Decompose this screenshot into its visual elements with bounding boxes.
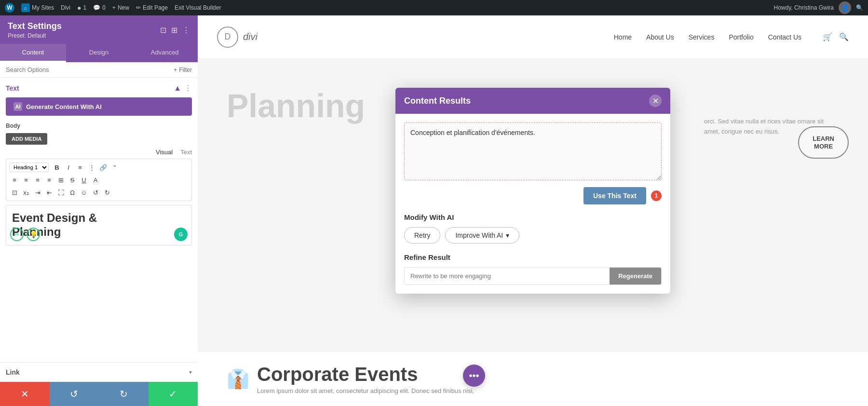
tab-design[interactable]: Design: [66, 44, 132, 62]
cart-icon[interactable]: 🛒: [823, 32, 832, 41]
link-button[interactable]: 🔗: [98, 162, 108, 173]
modify-ai-title: Modify With AI: [404, 213, 662, 221]
sidebar-preset: Preset: Default: [8, 32, 62, 39]
modify-row: Retry Improve With AI ▾: [404, 227, 662, 244]
subscript-button[interactable]: x₂: [21, 187, 31, 198]
format-bar: Heading 1 Heading 2 Paragraph B I ≡ ⋮ 🔗 …: [6, 159, 192, 201]
blockquote-button[interactable]: ": [109, 162, 120, 173]
exit-visual-builder-btn[interactable]: Exit Visual Builder: [175, 4, 221, 11]
logo-circle: D: [217, 27, 238, 48]
more-icon[interactable]: ⋮: [182, 26, 190, 35]
fullscreen-button[interactable]: ⛶: [55, 187, 66, 198]
nav-services[interactable]: Services: [689, 33, 715, 41]
sidebar: Text Settings Preset: Default ⊡ ⊞ ⋮ Cont…: [0, 15, 198, 406]
edit-page-btn[interactable]: ✏ Edit Page: [136, 4, 168, 11]
result-textarea[interactable]: Conception et planification d'événements…: [404, 122, 662, 180]
bold-button[interactable]: B: [52, 162, 62, 173]
outdent-btn[interactable]: ⇤: [44, 187, 54, 198]
refine-section: Regenerate: [404, 267, 662, 285]
content-results-modal: Content Results ✕ Conception et planific…: [395, 88, 670, 294]
retry-button[interactable]: Retry: [404, 227, 440, 244]
align-right-button[interactable]: ≡: [32, 175, 43, 185]
italic-button[interactable]: I: [63, 162, 74, 173]
unordered-list-button[interactable]: ≡: [75, 162, 85, 173]
use-this-row: Use This Text 1: [404, 187, 662, 204]
table-button[interactable]: ⊞: [55, 175, 66, 185]
use-this-text-button[interactable]: Use This Text: [583, 187, 646, 204]
divi-btn[interactable]: Divi: [61, 4, 70, 11]
tab-content[interactable]: Content: [0, 44, 66, 62]
ai-icon: AI: [14, 102, 22, 111]
section-options-icon[interactable]: ⋮: [184, 83, 192, 93]
redo-editor-button[interactable]: ↻: [102, 187, 112, 198]
filter-button[interactable]: + Filter: [174, 67, 192, 73]
undo-editor-button[interactable]: ↺: [90, 187, 101, 198]
nav-home[interactable]: Home: [614, 33, 632, 41]
improve-ai-button[interactable]: Improve With AI ▾: [445, 227, 519, 244]
emoji-button[interactable]: ☺: [79, 187, 89, 198]
indent-btn[interactable]: ⇥: [32, 187, 43, 198]
site-nav: D divi Home About Us Services Portfolio …: [198, 15, 868, 59]
tab-advanced[interactable]: Advanced: [132, 44, 198, 62]
redo-button[interactable]: ↻: [99, 382, 149, 406]
circle-icon: ●: [77, 4, 81, 12]
add-media-button[interactable]: ADD MEDIA: [6, 133, 47, 145]
search-nav-icon[interactable]: 🔍: [839, 32, 849, 41]
paste-plain-button[interactable]: ⊡: [9, 187, 20, 198]
plus-icon: +: [112, 4, 116, 11]
preview-icons: ✏ 💡: [10, 228, 40, 241]
align-justify-button[interactable]: ≡: [44, 175, 54, 185]
text-tab[interactable]: Text: [180, 149, 192, 156]
nav-contact[interactable]: Contact Us: [768, 33, 801, 41]
wp-icon-btn[interactable]: W: [5, 3, 14, 13]
my-sites-btn[interactable]: ⌂ My Sites: [21, 3, 54, 12]
collapse-icon[interactable]: ▲: [174, 84, 181, 93]
ordered-list-button[interactable]: ⋮: [86, 162, 97, 173]
sidebar-tabs: Content Design Advanced: [0, 44, 198, 62]
modal-close-button[interactable]: ✕: [649, 95, 662, 107]
align-center-button[interactable]: ≡: [21, 175, 31, 185]
visual-tab[interactable]: Visual: [156, 149, 173, 156]
modal-overlay: Content Results ✕ Conception et planific…: [198, 59, 868, 406]
comment-btn[interactable]: 💬 0: [93, 4, 106, 11]
page-content: Planning orci. Sed vitae nulla et rices …: [198, 59, 868, 406]
layout-icon[interactable]: ⊞: [171, 26, 177, 35]
comment-icon-btn[interactable]: ● 1: [77, 4, 86, 12]
save-button[interactable]: ✓: [149, 382, 198, 406]
special-chars-button[interactable]: Ω: [67, 187, 78, 198]
refine-input[interactable]: [405, 268, 610, 284]
new-btn[interactable]: + New: [112, 4, 129, 11]
heading-select[interactable]: Heading 1 Heading 2 Paragraph: [9, 162, 49, 172]
regenerate-button[interactable]: Regenerate: [610, 268, 661, 284]
pencil-tool-icon[interactable]: ✏: [10, 228, 24, 241]
search-options-bar: + Filter: [0, 62, 198, 78]
nav-portfolio[interactable]: Portfolio: [729, 33, 753, 41]
strikethrough-button[interactable]: S: [67, 175, 78, 185]
underline-button[interactable]: U: [79, 175, 89, 185]
user-avatar: 👤: [839, 1, 851, 14]
cancel-button[interactable]: ✕: [0, 382, 50, 406]
sidebar-title: Text Settings: [8, 21, 62, 31]
search-icon[interactable]: 🔍: [856, 4, 863, 11]
grammarly-button[interactable]: G: [174, 228, 188, 241]
chevron-down-icon[interactable]: ▾: [189, 369, 192, 376]
refine-result-title: Refine Result: [404, 253, 662, 261]
align-left-button[interactable]: ≡: [9, 175, 20, 185]
nav-about[interactable]: About Us: [646, 33, 674, 41]
search-options-input[interactable]: [6, 66, 170, 73]
modal-title: Content Results: [404, 96, 471, 106]
bulb-icon[interactable]: 💡: [27, 228, 40, 241]
text-color-button[interactable]: A: [90, 175, 101, 185]
content-area: D divi Home About Us Services Portfolio …: [198, 15, 868, 406]
link-label: Link: [6, 368, 20, 376]
undo-button[interactable]: ↺: [50, 382, 99, 406]
resize-icon[interactable]: ⊡: [160, 26, 166, 35]
admin-bar-right: Howdy, Christina Gwira 👤 🔍: [774, 1, 863, 14]
generate-ai-button[interactable]: AI Generate Content With AI: [6, 97, 192, 116]
format-row-2: ≡ ≡ ≡ ≡ ⊞ S U A: [9, 174, 189, 186]
editor-view-tabs: Visual Text: [6, 149, 192, 156]
comment-icon: 💬: [93, 4, 100, 11]
format-row-3: ⊡ x₂ ⇥ ⇤ ⛶ Ω ☺ ↺ ↻: [9, 186, 189, 199]
text-preview: Event Design &Planning ✏ 💡 G: [6, 205, 192, 245]
text-section-title: Text: [6, 84, 19, 92]
